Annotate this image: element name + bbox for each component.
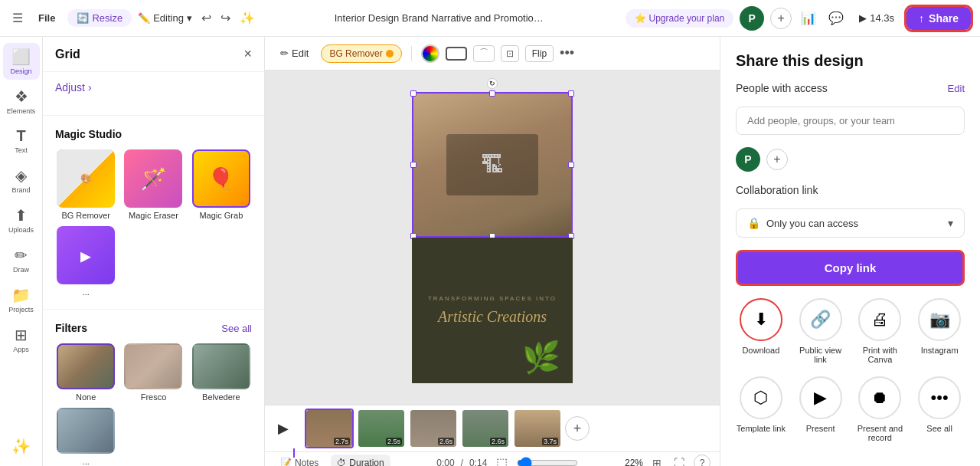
slide-5[interactable]: 3.7s [513,409,562,448]
magic-item-more[interactable]: ▸ ... [55,226,116,297]
edit-access-button[interactable]: Edit [948,83,965,94]
fullscreen-button[interactable]: ⛶ [671,454,688,467]
flip-button[interactable]: Flip [525,45,554,62]
filter-more-thumb [57,408,115,454]
duration-button[interactable]: ⏱ Duration [331,455,390,467]
screen-size-button[interactable]: ⬚ [493,452,511,466]
sidebar-item-design[interactable]: ⬜ Design [3,43,40,80]
magic-item-grab[interactable]: 🎈 Magic Grab [191,149,252,220]
resize-icon: 🔄 [77,12,89,24]
magic-item-eraser[interactable]: 🪄 Magic Eraser [122,149,184,220]
panel-close-button[interactable]: × [243,46,252,62]
handle-mid-right[interactable] [568,162,574,168]
share-option-see-all[interactable]: ••• See all [914,376,965,442]
uploads-icon: ⬆ [15,206,28,225]
help-button[interactable]: ? [694,455,710,467]
magic-stars-icon: ✨ [11,437,31,455]
sidebar-item-projects[interactable]: 📁 Projects [3,281,40,318]
menu-button[interactable]: ☰ [9,8,26,28]
collab-dropdown[interactable]: 🔒 Only you can access ▾ [736,208,965,238]
zoom-level: 22% [625,458,643,467]
sidebar-item-elements[interactable]: ❖ Elements [3,83,40,120]
notes-icon: 📝 [280,458,292,467]
handle-mid-left[interactable] [410,162,416,168]
sidebar-item-draw[interactable]: ✏ Draw [3,241,40,278]
handle-top-mid[interactable] [489,90,495,97]
slide-2[interactable]: 2.5s [357,409,406,448]
rotate-handle[interactable]: ↻ [487,78,498,89]
panel-scroll[interactable]: Adjust › Magic Studio 🎨 BG Remover [43,72,264,466]
add-person-button[interactable]: + [766,149,788,170]
share-button[interactable]: ↑ Share [906,7,971,30]
user-avatar-button[interactable]: P [740,6,764,31]
panel-header: Grid × [43,37,264,72]
comments-button[interactable]: 💬 [825,8,847,28]
document-title: Interior Design Brand Narrative and Prom… [335,12,549,24]
sidebar-item-magic[interactable]: ✨ [3,432,40,460]
filter-belvedere[interactable]: Belvedere [191,343,252,402]
bg-remover-toolbar-button[interactable]: BG Remover [321,44,401,63]
apps-label: Apps [13,346,29,353]
crop-button[interactable]: ⊡ [501,45,519,62]
people-input[interactable] [736,107,965,135]
filter-more[interactable]: ... [55,408,116,466]
sidebar-item-uploads[interactable]: ⬆ Uploads [3,202,40,238]
share-option-present[interactable]: ▶ Present [795,376,846,442]
magic-button[interactable]: ✨ [237,8,258,28]
filters-header: Filters See all [55,322,252,334]
share-option-template[interactable]: ⬡ Template link [736,376,786,442]
play-button[interactable]: ▶ [271,416,296,441]
filters-see-all-button[interactable]: See all [221,323,252,334]
magic-grab-thumb: 🎈 [192,149,250,208]
timer-button[interactable]: ▶ 14.3s [853,9,900,27]
share-option-public-view[interactable]: 🔗 Public view link [795,298,846,364]
topbar-left: ☰ File 🔄 Resize ✏️ Editing ▾ ↩ ↪ ✨ [9,8,258,28]
share-option-print[interactable]: 🖨 Print with Canva [855,298,906,364]
add-collaborator-button[interactable]: + [770,8,792,29]
redo-button[interactable]: ↪ [217,8,234,28]
copy-link-button[interactable]: Copy link [736,250,965,286]
instagram-icon-circle: 📷 [918,298,961,341]
edit-button[interactable]: ✏ Edit [274,44,315,62]
slide-4[interactable]: 2.6s [461,409,510,448]
sidebar-item-apps[interactable]: ⊞ Apps [3,321,40,358]
time-current: 0:00 [436,458,454,467]
undo-button[interactable]: ↩ [198,8,214,28]
corner-button[interactable]: ⌒ [473,45,495,62]
magic-item-bg-remover[interactable]: 🎨 BG Remover [55,149,116,220]
share-option-instagram[interactable]: 📷 Instagram [914,298,965,364]
adjust-button[interactable]: Adjust › [55,81,92,94]
slide-1-time: 2.7s [334,438,350,445]
grid-view-button[interactable]: ⊞ [649,454,665,467]
canvas-main-text: Artistic Creations [438,307,547,327]
share-option-download[interactable]: ⬇ Download [736,298,786,364]
more-options-button[interactable]: ••• [560,45,574,61]
sidebar-item-text[interactable]: T Text [3,123,40,159]
projects-icon: 📁 [11,286,31,304]
download-icon-circle: ⬇ [740,298,782,341]
filter-none[interactable]: None [55,343,116,402]
zoom-slider[interactable] [517,457,578,467]
handle-top-left[interactable] [410,90,416,97]
editing-mode-button[interactable]: ✏️ Editing ▾ [138,12,192,24]
resize-button[interactable]: 🔄 Resize [67,9,132,27]
yellow-dot-icon [386,50,394,57]
notes-button[interactable]: 📝 Notes [274,455,325,467]
file-menu-button[interactable]: File [32,9,61,27]
instagram-label: Instagram [921,346,959,355]
stroke-button[interactable] [446,47,467,61]
add-slide-button[interactable]: + [565,416,590,441]
draw-label: Draw [13,266,29,274]
share-option-present-record[interactable]: ⏺ Present and record [855,376,906,442]
analytics-button[interactable]: 📊 [798,8,819,28]
color-picker[interactable] [421,44,439,63]
handle-top-right[interactable] [568,90,574,97]
upgrade-button[interactable]: ⭐ Upgrade your plan [626,9,734,28]
slide-3-time: 2.6s [438,438,454,445]
filter-fresco[interactable]: Fresco [122,343,184,402]
slide-1[interactable]: 2.7s [305,409,354,448]
slide-3[interactable]: 2.6s [409,409,458,448]
sidebar-item-brand[interactable]: ◈ Brand [3,162,40,199]
notes-label: Notes [295,458,318,467]
magic-eraser-label: Magic Eraser [129,211,178,220]
